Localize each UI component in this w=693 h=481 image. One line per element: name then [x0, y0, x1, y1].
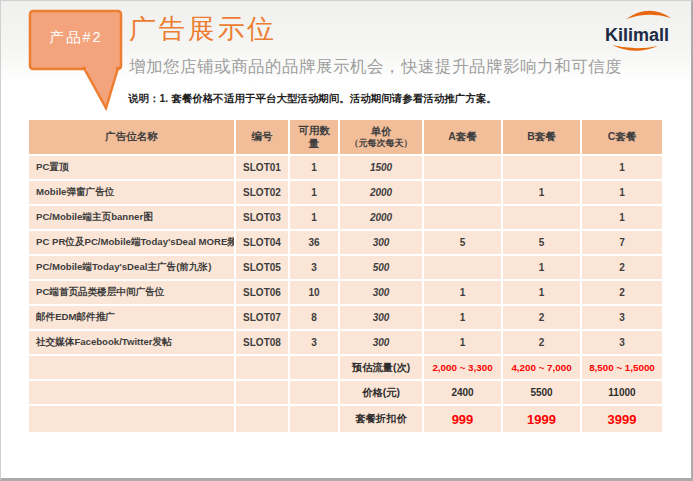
cell-unit-price: 300: [340, 281, 422, 304]
cell-plan-a: [424, 256, 501, 279]
cell-plan-b: 1: [503, 181, 580, 204]
cell-empty: [236, 406, 288, 432]
cell-name: Mobile弹窗广告位: [29, 181, 234, 204]
cell-qty: 3: [290, 256, 338, 279]
column-header-code: 编号: [236, 120, 288, 154]
cell-plan-b: 1: [503, 256, 580, 279]
cell-plan-a: [424, 156, 501, 179]
cell-unit-price: 500: [340, 256, 422, 279]
cell-plan-c: 2: [582, 256, 662, 279]
cell-empty: [236, 381, 288, 404]
cell-plan-b: 4,200 ~ 7,000: [503, 356, 580, 379]
cell-code: SLOT06: [236, 281, 288, 304]
table-row: PC/Mobile端主页banner图 SLOT03 1 2000 1: [29, 206, 662, 229]
cell-plan-b: [503, 156, 580, 179]
cell-plan-c: 3999: [582, 406, 662, 432]
logo-wordmark: Kilimall: [605, 25, 669, 45]
column-header-name: 广告位名称: [29, 120, 234, 154]
cell-plan-b: 1: [503, 281, 580, 304]
cell-plan-a: 1: [424, 281, 501, 304]
cell-qty: 36: [290, 231, 338, 254]
cell-empty: [29, 406, 234, 432]
product-badge-label: 产品#2: [28, 9, 124, 65]
cell-plan-a: 1: [424, 331, 501, 354]
cell-plan-a: 5: [424, 231, 501, 254]
cell-unit-price: 300: [340, 231, 422, 254]
summary-row-price: 价格(元) 2400 5500 11000: [29, 381, 662, 404]
cell-qty: 1: [290, 156, 338, 179]
cell-plan-a: 1: [424, 306, 501, 329]
column-header-plan-a: A套餐: [424, 120, 501, 154]
cell-empty: [290, 406, 338, 432]
cell-code: SLOT04: [236, 231, 288, 254]
cell-code: SLOT07: [236, 306, 288, 329]
summary-label: 价格(元): [340, 381, 422, 404]
cell-code: SLOT02: [236, 181, 288, 204]
cell-empty: [290, 381, 338, 404]
cell-plan-c: 2: [582, 281, 662, 304]
cell-plan-a: 2,000 ~ 3,300: [424, 356, 501, 379]
cell-empty: [29, 356, 234, 379]
summary-row-discount: 套餐折扣价 999 1999 3999: [29, 406, 662, 432]
cell-unit-price: 2000: [340, 181, 422, 204]
column-header-unit-price: 单价 （元每次每天）: [340, 120, 422, 154]
cell-qty: 10: [290, 281, 338, 304]
cell-name: PC PR位及PC/Mobile端Today'sDeal MORE频道: [29, 231, 234, 254]
cell-name: 社交媒体Facebook/Twitter发帖: [29, 331, 234, 354]
cell-plan-c: 1: [582, 206, 662, 229]
table-row: Mobile弹窗广告位 SLOT02 1 2000 1 1: [29, 181, 662, 204]
cell-plan-c: 8,500 ~ 1,5000: [582, 356, 662, 379]
cell-name: PC置顶: [29, 156, 234, 179]
cell-empty: [29, 381, 234, 404]
cell-unit-price: 300: [340, 306, 422, 329]
page-subtitle: 增加您店铺或商品的品牌展示机会，快速提升品牌影响力和可信度: [129, 56, 622, 78]
cell-name: PC端首页品类楼层中间广告位: [29, 281, 234, 304]
cell-unit-price: 2000: [340, 206, 422, 229]
column-header-qty: 可用数量: [290, 120, 338, 154]
cell-code: SLOT08: [236, 331, 288, 354]
cell-qty: 1: [290, 206, 338, 229]
cell-plan-c: 1: [582, 156, 662, 179]
cell-plan-a: [424, 206, 501, 229]
cell-code: SLOT03: [236, 206, 288, 229]
cell-plan-c: 7: [582, 231, 662, 254]
cell-name: PC/Mobile端主页banner图: [29, 206, 234, 229]
cell-plan-c: 1: [582, 181, 662, 204]
cell-name: PC/Mobile端Today'sDeal主广告(前九张): [29, 256, 234, 279]
table-row: PC/Mobile端Today'sDeal主广告(前九张) SLOT05 3 5…: [29, 256, 662, 279]
cell-unit-price: 300: [340, 331, 422, 354]
cell-plan-c: 3: [582, 331, 662, 354]
column-header-plan-c: C套餐: [582, 120, 662, 154]
kilimall-logo: Kilimall: [600, 5, 688, 57]
cell-plan-b: 2: [503, 331, 580, 354]
note-text: 说明：1. 套餐价格不适用于平台大型活动期间。活动期间请参看活动推广方案。: [128, 92, 497, 106]
slide: 产品#2 广告展示位 增加您店铺或商品的品牌展示机会，快速提升品牌影响力和可信度…: [0, 0, 693, 481]
table-row: PC端首页品类楼层中间广告位 SLOT06 10 300 1 1 2: [29, 281, 662, 304]
logo-top-swoosh-icon: [626, 11, 671, 19]
cell-code: SLOT05: [236, 256, 288, 279]
cell-plan-b: 5500: [503, 381, 580, 404]
cell-qty: 8: [290, 306, 338, 329]
page-title: 广告展示位: [129, 11, 277, 47]
cell-qty: 3: [290, 331, 338, 354]
cell-plan-a: 2400: [424, 381, 501, 404]
pricing-table: 广告位名称 编号 可用数量 单价 （元每次每天） A套餐 B套餐 C套餐 PC置…: [27, 118, 664, 434]
cell-plan-c: 3: [582, 306, 662, 329]
table-row: PC置顶 SLOT01 1 1500 1: [29, 156, 662, 179]
cell-unit-price: 1500: [340, 156, 422, 179]
cell-empty: [290, 356, 338, 379]
cell-plan-c: 11000: [582, 381, 662, 404]
cell-plan-b: 2: [503, 306, 580, 329]
header-row: 广告位名称 编号 可用数量 单价 （元每次每天） A套餐 B套餐 C套餐: [29, 120, 662, 154]
logo-bottom-swoosh-icon: [612, 45, 658, 51]
column-header-plan-b: B套餐: [503, 120, 580, 154]
table-row: PC PR位及PC/Mobile端Today'sDeal MORE频道 SLOT…: [29, 231, 662, 254]
cell-plan-a: 999: [424, 406, 501, 432]
cell-plan-b: 5: [503, 231, 580, 254]
cell-code: SLOT01: [236, 156, 288, 179]
summary-label: 预估流量(次): [340, 356, 422, 379]
cell-plan-b: 1999: [503, 406, 580, 432]
cell-qty: 1: [290, 181, 338, 204]
cell-plan-b: [503, 206, 580, 229]
table-row: 社交媒体Facebook/Twitter发帖 SLOT08 3 300 1 2 …: [29, 331, 662, 354]
